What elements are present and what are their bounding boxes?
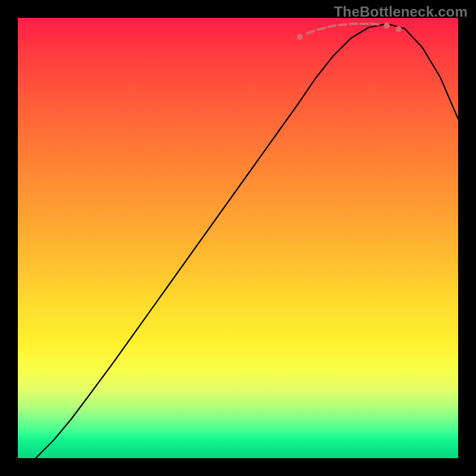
bottleneck-curve — [36, 24, 458, 458]
chart-svg — [18, 18, 458, 458]
marker-dot — [297, 34, 303, 40]
marker-dash — [307, 31, 314, 33]
canvas: TheBottleneck.com — [0, 0, 476, 476]
plot-area — [18, 18, 458, 458]
marker-dot — [396, 26, 402, 32]
marker-dash — [328, 26, 336, 27]
marker-dash — [371, 24, 378, 24]
marker-dot — [384, 23, 390, 29]
marker-dash — [318, 28, 325, 30]
marker-dash — [339, 24, 346, 25]
